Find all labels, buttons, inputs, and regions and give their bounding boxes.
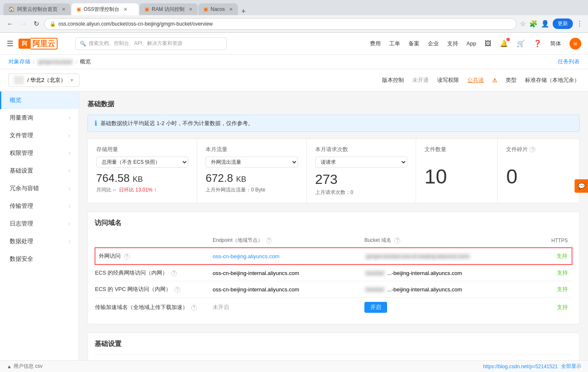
nav-item-fee[interactable]: 费用 bbox=[370, 40, 381, 47]
sidebar-item-files[interactable]: 文件管理 › bbox=[0, 127, 79, 144]
breadcrumb: 对象存储 / gmgm-bucket / 概览 bbox=[8, 58, 91, 65]
stat-storage-select[interactable]: 总用量（不含 ECS 快照） bbox=[96, 157, 188, 168]
nav-item-record[interactable]: 备案 bbox=[409, 40, 419, 47]
domain-col-https: HTTPS bbox=[540, 233, 572, 248]
sidebar-item-usage[interactable]: 用量查询 › bbox=[0, 109, 79, 127]
access-type[interactable]: 公共读 bbox=[467, 76, 484, 84]
sidebar-item-redundancy[interactable]: 冗余与容错 › bbox=[0, 180, 79, 197]
avatar[interactable]: Ie bbox=[570, 38, 581, 50]
stat-storage: 存储用量 总用量（不含 ECS 快照） 764.58 KB 月同比 -- 日环比… bbox=[88, 139, 197, 203]
chat-bubble[interactable]: 💬 bbox=[575, 179, 588, 193]
region-selector[interactable]: / 华北2（北京） ▼ bbox=[8, 73, 79, 87]
stat-storage-sub: 月同比 -- 日环比 13.01% ↑ bbox=[96, 186, 188, 194]
sidebar-label-logs: 日志管理 bbox=[10, 220, 33, 228]
sidebar-label-transfer: 传输管理 bbox=[10, 202, 33, 210]
stat-requests-select[interactable]: 读请求 bbox=[315, 157, 407, 168]
stat-traffic: 本月流量 外网流出流量 672.8 KB 上月外网流出流量：0 Byte bbox=[197, 139, 306, 203]
ecs-classic-help-icon[interactable]: ? bbox=[171, 270, 177, 276]
transfer-help-icon[interactable]: ? bbox=[191, 305, 197, 311]
fragments-help-icon[interactable]: ? bbox=[530, 147, 535, 152]
access-warning-icon[interactable]: ⚠ bbox=[492, 77, 497, 84]
tab-close-nacos[interactable]: ✕ bbox=[229, 7, 233, 12]
tab-label-oss: OSS管理控制台 bbox=[84, 6, 119, 13]
message-icon[interactable]: 🖼 bbox=[485, 40, 491, 47]
sidebar-label-basic-settings: 基础设置 bbox=[10, 167, 33, 175]
tab-ram[interactable]: ▣ RAM 访问控制 ✕ bbox=[140, 3, 198, 15]
version-status: 未开通 bbox=[412, 76, 429, 84]
sidebar-item-basic-settings[interactable]: 基础设置 › bbox=[0, 162, 79, 180]
search-placeholder: 搜索文档、控制台、API、解决方案和资源 bbox=[89, 40, 182, 47]
back-button[interactable]: ← bbox=[5, 18, 15, 29]
sidebar-label-files: 文件管理 bbox=[10, 132, 33, 139]
nav-item-enterprise[interactable]: 企业 bbox=[428, 40, 439, 47]
nav-item-ticket[interactable]: 工单 bbox=[389, 40, 400, 47]
menu-hamburger-icon[interactable]: ☰ bbox=[7, 39, 13, 48]
sidebar-label-redundancy: 冗余与容错 bbox=[10, 185, 39, 192]
domain-endpoint-ecs-classic: oss-cn-beijing-internal.aliyuncs.com bbox=[213, 270, 299, 276]
domain-col-bucket: Bucket 域名 ? bbox=[348, 233, 540, 248]
nav-item-app[interactable]: App bbox=[467, 40, 476, 47]
update-button[interactable]: 更新 bbox=[553, 18, 573, 29]
domain-bucket-ecs-vpc: bucket bbox=[364, 286, 385, 293]
sidebar-chevron-files: › bbox=[69, 133, 70, 139]
extension-icon[interactable]: 🧩 bbox=[529, 20, 538, 28]
language-icon[interactable]: 简体 bbox=[550, 40, 561, 47]
help-icon[interactable]: ❓ bbox=[533, 39, 542, 47]
tab-aliyun-home[interactable]: 🏠 阿里云控制台首页 ✕ bbox=[3, 3, 71, 15]
open-transfer-button[interactable]: 开启 bbox=[364, 302, 387, 313]
sidebar-item-logs[interactable]: 日志管理 › bbox=[0, 215, 79, 233]
reload-button[interactable]: ↻ bbox=[32, 18, 41, 29]
notification-icon[interactable]: 🔔 bbox=[500, 39, 508, 47]
info-text: 基础数据统计平均延迟 1-2 小时，不作为计量数据，仅作参考。 bbox=[100, 120, 253, 127]
logo: 阿 阿里云 bbox=[18, 38, 58, 50]
tab-label-home: 阿里云控制台首页 bbox=[17, 6, 58, 13]
sidebar-label-data-security: 数据安全 bbox=[10, 255, 33, 263]
sidebar-item-transfer[interactable]: 传输管理 › bbox=[0, 197, 79, 215]
stat-requests-sub: 上月请求次数：0 bbox=[315, 189, 407, 196]
sidebar-chevron-logs: › bbox=[69, 221, 70, 227]
domain-https-transfer: 支持 bbox=[557, 304, 568, 310]
tab-favicon-home: 🏠 bbox=[8, 6, 15, 12]
info-circle-icon: ℹ bbox=[95, 119, 97, 127]
nav-item-support[interactable]: 支持 bbox=[447, 40, 458, 47]
task-list-button[interactable]: 任务列表 bbox=[558, 58, 580, 65]
header-search[interactable]: 🔍 搜索文档、控制台、API、解决方案和资源 bbox=[75, 37, 227, 50]
stat-traffic-value: 672.8 KB bbox=[206, 172, 298, 185]
domain-row-ecs-vpc: ECS 的 VPC 网络访问（内网） ? oss-cn-beijing-inte… bbox=[95, 281, 572, 298]
logo-text: 阿里云 bbox=[31, 38, 58, 50]
domain-bucket-ecs-classic: bucket bbox=[364, 270, 385, 276]
profile-icon[interactable]: 👤 bbox=[541, 20, 549, 28]
external-help-icon[interactable]: ? bbox=[124, 254, 130, 259]
tab-close-ram[interactable]: ✕ bbox=[189, 7, 192, 12]
tab-nacos[interactable]: ▣ Nacos ✕ bbox=[198, 3, 238, 15]
domain-bucket-external: gmgm-bucket.oss-cn-beijing.aliyuncs.com bbox=[364, 253, 471, 259]
domain-https-external: 支持 bbox=[556, 253, 567, 259]
domain-title: 访问域名 bbox=[95, 219, 572, 228]
sidebar-item-overview[interactable]: 概览 bbox=[0, 92, 79, 109]
stat-fragments-label: 文件碎片 ? bbox=[506, 146, 571, 153]
tab-close-oss[interactable]: ✕ bbox=[124, 7, 127, 12]
domain-endpoint-ecs-vpc: oss-cn-beijing-internal.aliyuncs.com bbox=[213, 286, 299, 293]
basic-settings-section: 基础设置 bbox=[87, 333, 580, 362]
address-bar[interactable]: 🔒 oss.console.aliyun.com/bucket/oss-cn-b… bbox=[44, 18, 517, 30]
stats-grid: 存储用量 总用量（不含 ECS 快照） 764.58 KB 月同比 -- 日环比… bbox=[87, 139, 580, 203]
new-tab-button[interactable]: + bbox=[239, 8, 248, 15]
sidebar-item-permissions[interactable]: 权限管理 › bbox=[0, 144, 79, 162]
forward-button[interactable]: → bbox=[18, 18, 29, 29]
stat-requests-label: 本月请求次数 bbox=[315, 146, 407, 153]
stat-traffic-select[interactable]: 外网流出流量 bbox=[206, 157, 298, 168]
bookmark-icon[interactable]: ☆ bbox=[520, 20, 526, 28]
stat-requests: 本月请求次数 读请求 273 上月请求次数：0 bbox=[307, 139, 416, 203]
endpoint-help-icon[interactable]: ? bbox=[266, 238, 272, 244]
bucket-help-icon[interactable]: ? bbox=[394, 238, 400, 244]
sidebar-item-data-security[interactable]: 数据安全 bbox=[0, 250, 79, 268]
cart-icon[interactable]: 🛒 bbox=[517, 39, 525, 47]
browser-menu-icon[interactable]: ⋮ bbox=[576, 20, 583, 28]
tab-close-home[interactable]: ✕ bbox=[62, 7, 66, 12]
breadcrumb-root[interactable]: 对象存储 bbox=[8, 58, 30, 65]
tab-oss[interactable]: ▣ OSS管理控制台 ✕ bbox=[71, 3, 139, 15]
sidebar-chevron-data-processing: › bbox=[69, 238, 70, 244]
sidebar-item-data-processing[interactable]: 数据处理 › bbox=[0, 233, 79, 250]
stat-traffic-label: 本月流量 bbox=[206, 146, 298, 153]
ecs-vpc-help-icon[interactable]: ? bbox=[174, 287, 180, 293]
